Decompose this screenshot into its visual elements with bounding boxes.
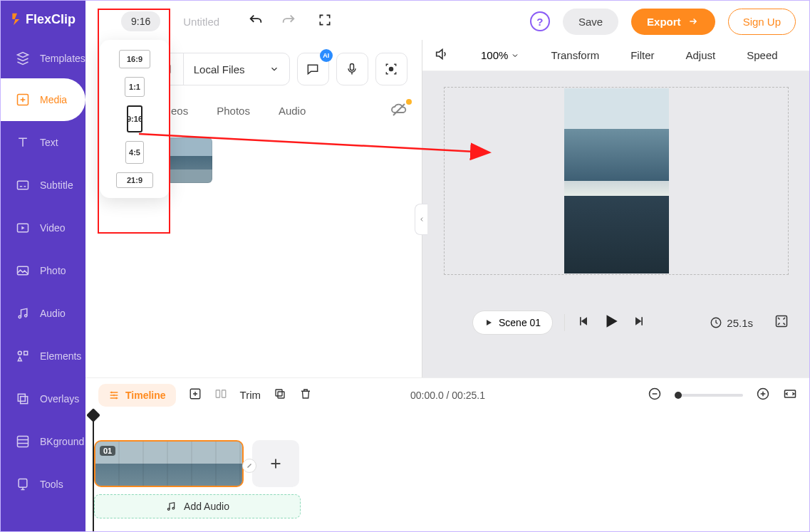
- ratio-option-4-5[interactable]: 4:5: [107, 141, 162, 164]
- expand-preview-button[interactable]: [774, 314, 789, 331]
- sidebar-item-bkground[interactable]: BKground: [0, 420, 85, 463]
- preview-panel: 100% Transform Filter Adjust Speed Scene…: [422, 40, 810, 377]
- next-scene-button[interactable]: [632, 314, 646, 331]
- record-screen-button[interactable]: [375, 53, 407, 85]
- split-button[interactable]: [214, 387, 227, 403]
- sidebar-item-elements[interactable]: Elements: [0, 335, 85, 377]
- sidebar-item-tools[interactable]: Tools: [0, 463, 85, 506]
- media-thumbnail[interactable]: [167, 137, 212, 183]
- photo-icon: [16, 264, 30, 278]
- timeline-track[interactable]: 01 Add Audio: [85, 412, 810, 532]
- zoom-selector[interactable]: 100%: [481, 49, 519, 61]
- transform-button[interactable]: Transform: [551, 49, 599, 61]
- duration-display[interactable]: 25.1s: [710, 316, 753, 329]
- project-title[interactable]: Untitled: [183, 16, 219, 28]
- nav-label: Subtitle: [40, 179, 73, 191]
- add-audio-button[interactable]: Add Audio: [94, 494, 301, 518]
- nav-label: Elements: [40, 350, 81, 362]
- nav-label: Video: [40, 222, 66, 234]
- svg-rect-20: [222, 390, 225, 397]
- record-audio-button[interactable]: [336, 53, 368, 85]
- cloud-sync-button[interactable]: [390, 101, 407, 120]
- svg-point-6: [18, 351, 21, 355]
- ratio-option-21-9[interactable]: 21:9: [107, 172, 162, 188]
- sidebar-item-video[interactable]: Video: [0, 207, 85, 249]
- collapse-panel-button[interactable]: [415, 204, 427, 235]
- ratio-option-9-16[interactable]: 9:16: [107, 105, 162, 132]
- nav-label: Text: [40, 137, 58, 148]
- svg-point-15: [390, 68, 393, 71]
- chat-ai-button[interactable]: AI: [297, 53, 329, 85]
- fit-timeline-button[interactable]: [783, 387, 797, 404]
- delete-tl-button[interactable]: [299, 387, 312, 403]
- trim-button[interactable]: Trim: [240, 389, 261, 401]
- video-frame[interactable]: [564, 88, 669, 273]
- topbar: 9:16 Untitled ? Save Export Sign Up: [85, 0, 810, 43]
- duration-text: 25.1s: [727, 317, 753, 329]
- aspect-ratio-selector[interactable]: 9:16: [121, 11, 160, 31]
- svg-point-5: [25, 315, 27, 317]
- sidebar-item-media[interactable]: Media: [0, 78, 85, 121]
- svg-point-4: [19, 315, 21, 318]
- sidebar-item-subtitle[interactable]: Subtitle: [0, 164, 85, 207]
- ratio-box: 9:16: [127, 105, 142, 132]
- add-scene-button[interactable]: [189, 387, 202, 403]
- adjust-button[interactable]: Adjust: [686, 49, 716, 61]
- speed-button[interactable]: Speed: [747, 49, 777, 61]
- tab-photos[interactable]: Photos: [217, 105, 250, 117]
- preview-stage[interactable]: [444, 87, 789, 275]
- sidebar-item-overlays[interactable]: Overlays: [0, 377, 85, 420]
- export-label: Export: [647, 16, 681, 28]
- fullscreen-button[interactable]: [318, 13, 332, 30]
- zoom-in-button[interactable]: [756, 387, 770, 404]
- ratio-option-1-1[interactable]: 1:1: [107, 77, 162, 97]
- svg-rect-11: [19, 479, 27, 488]
- export-button[interactable]: Export: [631, 9, 715, 35]
- redo-button[interactable]: [281, 12, 296, 31]
- sidebar: FlexClip Templates Media Text Subtitle V…: [0, 0, 85, 532]
- volume-button[interactable]: [434, 46, 450, 65]
- svg-rect-19: [216, 390, 219, 397]
- filter-button[interactable]: Filter: [630, 49, 654, 61]
- tools-icon: [16, 477, 30, 491]
- undo-button[interactable]: [248, 12, 264, 31]
- sidebar-item-text[interactable]: Text: [0, 121, 85, 164]
- help-button[interactable]: ?: [530, 11, 550, 31]
- preview-controls: Scene 01 25.1s: [472, 308, 789, 338]
- prev-scene-button[interactable]: [576, 314, 591, 331]
- svg-rect-7: [24, 351, 28, 355]
- zoom-slider[interactable]: [675, 394, 743, 397]
- ratio-option-16-9[interactable]: 16:9: [107, 50, 162, 68]
- clock-icon: [710, 316, 722, 329]
- timeline-clip[interactable]: 01: [94, 440, 244, 487]
- nav-label: BKground: [40, 436, 84, 447]
- tab-audio[interactable]: Audio: [279, 105, 306, 117]
- duplicate-button[interactable]: [274, 387, 286, 403]
- sidebar-item-photo[interactable]: Photo: [0, 249, 85, 292]
- nav-label: Media: [40, 94, 67, 105]
- ratio-box: 4:5: [125, 141, 144, 164]
- tab-videos-partial[interactable]: eos: [171, 105, 188, 117]
- scene-selector[interactable]: Scene 01: [472, 311, 553, 335]
- arrow-right-icon: [687, 16, 700, 26]
- save-button[interactable]: Save: [563, 9, 618, 35]
- svg-rect-21: [276, 390, 282, 396]
- preview-toolbar: 100% Transform Filter Adjust Speed: [422, 40, 810, 71]
- source-label: Local Files: [184, 63, 259, 75]
- timeline-toggle[interactable]: Timeline: [98, 384, 176, 407]
- zoom-value: 100%: [481, 49, 508, 61]
- sidebar-item-templates[interactable]: Templates: [0, 38, 85, 78]
- aspect-ratio-dropdown: 16:9 1:1 9:16 4:5 21:9: [100, 40, 170, 198]
- add-clip-button[interactable]: [252, 440, 299, 487]
- play-button[interactable]: [602, 312, 621, 333]
- svg-rect-10: [18, 437, 28, 447]
- music-icon: [165, 501, 177, 512]
- timeline-label: Timeline: [125, 390, 166, 401]
- sidebar-item-audio[interactable]: Audio: [0, 292, 85, 335]
- transition-button[interactable]: [242, 459, 256, 473]
- signup-button[interactable]: Sign Up: [728, 9, 796, 35]
- nav-label: Templates: [40, 53, 85, 64]
- zoom-out-button[interactable]: [648, 387, 662, 404]
- nav-label: Overlays: [40, 393, 79, 405]
- add-audio-label: Add Audio: [184, 501, 229, 512]
